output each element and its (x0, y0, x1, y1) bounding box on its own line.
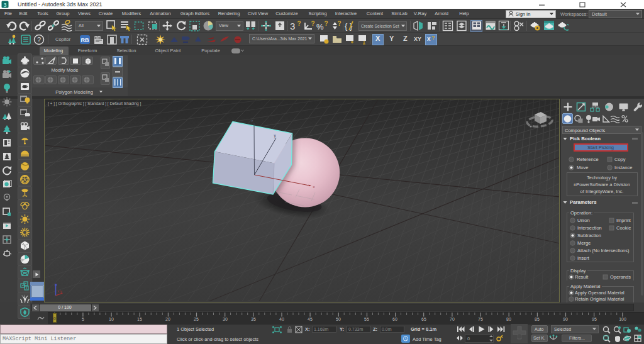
svg-text:{ }: { } (345, 21, 353, 31)
svg-text:?: ? (297, 20, 301, 27)
svg-text:[ + ] [ Orthographic ] [ Stand: [ + ] [ Orthographic ] [ Standard ] [ De… (48, 101, 142, 106)
svg-text:?: ? (338, 20, 341, 27)
svg-text:3: 3 (3, 2, 6, 8)
svg-text:x: x (313, 185, 314, 189)
svg-text:?: ? (325, 20, 328, 27)
svg-text:?: ? (37, 36, 41, 43)
svg-text:?: ? (311, 20, 315, 27)
svg-text:RB: RB (81, 37, 89, 43)
svg-text:z: z (251, 119, 253, 123)
svg-text:3: 3 (290, 21, 295, 31)
svg-text:x y: x y (57, 289, 62, 293)
svg-text:%: % (316, 22, 324, 31)
